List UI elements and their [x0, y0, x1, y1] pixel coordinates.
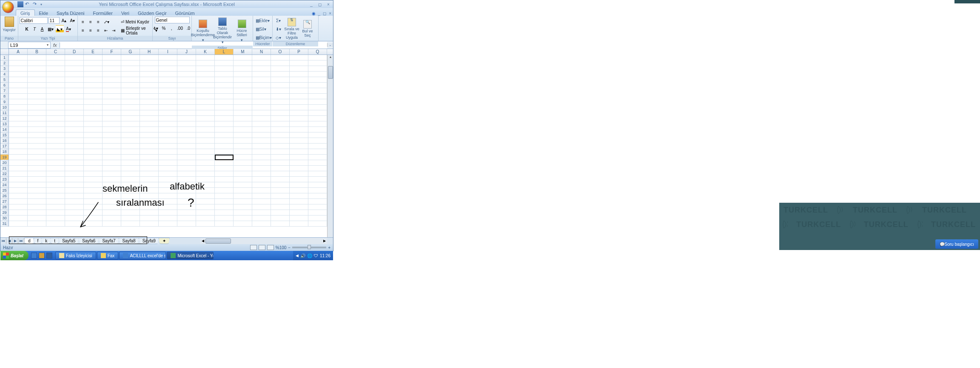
- cell[interactable]: [28, 144, 46, 149]
- column-header-K[interactable]: K: [196, 49, 215, 55]
- cell[interactable]: [9, 144, 28, 149]
- cell[interactable]: [46, 188, 65, 193]
- cell[interactable]: [28, 110, 46, 116]
- cell[interactable]: [196, 221, 215, 227]
- cell[interactable]: [196, 166, 215, 171]
- name-box[interactable]: ▾: [8, 42, 51, 49]
- cell[interactable]: [46, 60, 65, 66]
- cell[interactable]: [271, 160, 290, 166]
- cell[interactable]: [290, 132, 308, 138]
- cell[interactable]: [215, 160, 234, 166]
- cell[interactable]: [252, 66, 271, 72]
- cell[interactable]: [159, 110, 177, 116]
- cell[interactable]: [9, 88, 28, 94]
- cell[interactable]: [252, 83, 271, 88]
- row-header[interactable]: 27: [0, 199, 9, 204]
- scroll-right-button[interactable]: ▶: [322, 239, 327, 243]
- cell[interactable]: [271, 60, 290, 66]
- currency-button[interactable]: ₺▾: [152, 24, 160, 32]
- cell[interactable]: [234, 72, 252, 77]
- cell[interactable]: [308, 160, 327, 166]
- cell[interactable]: [140, 60, 159, 66]
- cell[interactable]: [234, 66, 252, 72]
- cell[interactable]: [28, 60, 46, 66]
- cell[interactable]: [140, 144, 159, 149]
- cell[interactable]: [46, 66, 65, 72]
- undo-icon[interactable]: ↶: [25, 1, 31, 7]
- cell[interactable]: [9, 116, 28, 121]
- column-header-H[interactable]: H: [140, 49, 159, 55]
- sheet-tab[interactable]: Sayfa8: [119, 238, 140, 244]
- row-header[interactable]: 22: [0, 171, 9, 177]
- cell[interactable]: [234, 132, 252, 138]
- cell[interactable]: [9, 193, 28, 199]
- cell[interactable]: [46, 83, 65, 88]
- cell[interactable]: [65, 55, 84, 60]
- cell[interactable]: [290, 144, 308, 149]
- cell[interactable]: [140, 149, 159, 155]
- cell[interactable]: [103, 77, 121, 83]
- cell[interactable]: [121, 193, 140, 199]
- taskbar-item[interactable]: Fax: [97, 252, 119, 259]
- cell[interactable]: [271, 199, 290, 204]
- cell[interactable]: [65, 193, 84, 199]
- cell[interactable]: [65, 155, 84, 160]
- cell[interactable]: [84, 221, 103, 227]
- cell[interactable]: [252, 182, 271, 188]
- taskbar-item[interactable]: Microsoft Excel - Yeni...: [167, 252, 214, 259]
- cell[interactable]: [65, 221, 84, 227]
- cell[interactable]: [290, 72, 308, 77]
- cell[interactable]: [215, 138, 234, 144]
- cell[interactable]: [28, 121, 46, 127]
- cell[interactable]: [290, 160, 308, 166]
- cell[interactable]: [271, 216, 290, 221]
- cell[interactable]: [290, 155, 308, 160]
- cell[interactable]: [252, 149, 271, 155]
- cell[interactable]: [46, 110, 65, 116]
- row-header[interactable]: 30: [0, 216, 9, 221]
- cell[interactable]: [65, 166, 84, 171]
- cell[interactable]: [177, 55, 196, 60]
- cell[interactable]: [159, 66, 177, 72]
- cell[interactable]: [28, 94, 46, 99]
- cell[interactable]: [140, 138, 159, 144]
- cell[interactable]: [65, 210, 84, 216]
- cell[interactable]: [308, 188, 327, 193]
- cell[interactable]: [28, 216, 46, 221]
- cell[interactable]: [103, 116, 121, 121]
- cell[interactable]: [9, 60, 28, 66]
- cell[interactable]: [121, 83, 140, 88]
- cell[interactable]: [103, 149, 121, 155]
- cell[interactable]: [28, 83, 46, 88]
- cell[interactable]: [290, 177, 308, 182]
- cell[interactable]: [103, 55, 121, 60]
- quick-launch-desktop-icon[interactable]: [39, 253, 45, 259]
- cell[interactable]: [308, 121, 327, 127]
- cell[interactable]: [65, 182, 84, 188]
- cell[interactable]: [234, 188, 252, 193]
- cell[interactable]: [103, 110, 121, 116]
- cell[interactable]: [121, 149, 140, 155]
- cell[interactable]: [252, 72, 271, 77]
- cell[interactable]: [177, 182, 196, 188]
- cell[interactable]: [177, 99, 196, 105]
- cell[interactable]: [140, 94, 159, 99]
- cell[interactable]: [234, 110, 252, 116]
- cell[interactable]: [84, 210, 103, 216]
- cell[interactable]: [215, 94, 234, 99]
- cell[interactable]: [215, 221, 234, 227]
- scroll-up-button[interactable]: ▴: [328, 55, 333, 60]
- cell[interactable]: [234, 60, 252, 66]
- cell[interactable]: [215, 166, 234, 171]
- cell[interactable]: [9, 138, 28, 144]
- cell[interactable]: [234, 105, 252, 110]
- cell[interactable]: [9, 171, 28, 177]
- cell[interactable]: [121, 216, 140, 221]
- cell[interactable]: [215, 182, 234, 188]
- cell[interactable]: [290, 110, 308, 116]
- cell[interactable]: [308, 177, 327, 182]
- cell[interactable]: [252, 55, 271, 60]
- help-icon[interactable]: ◉: [312, 11, 316, 16]
- taskbar-item[interactable]: Faks İzleyicisi: [55, 252, 96, 259]
- v-scroll-thumb[interactable]: [328, 66, 333, 79]
